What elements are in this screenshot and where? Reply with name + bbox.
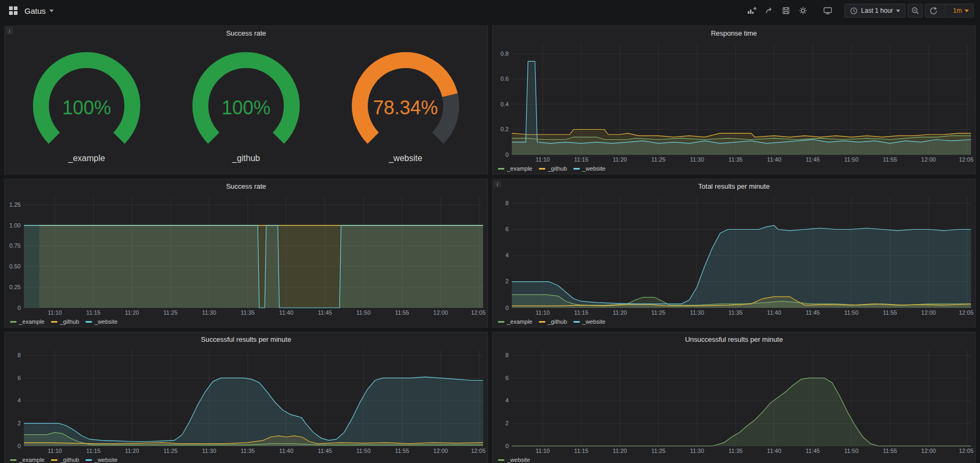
legend-item[interactable]: _github: [539, 318, 567, 325]
zoom-out-button[interactable]: [908, 4, 923, 18]
legend-item[interactable]: _website: [498, 457, 530, 463]
y-axis-tick-label: 4: [505, 252, 509, 258]
x-axis-tick-label: 11:15: [574, 448, 588, 454]
series-area: [24, 377, 483, 446]
legend-item[interactable]: _github: [51, 457, 79, 463]
legend-swatch: [498, 321, 504, 323]
y-axis-tick-label: 0.75: [10, 242, 21, 249]
y-axis-tick-label: 1.00: [10, 222, 21, 229]
gauge-value-text: 78.34%: [373, 97, 438, 119]
x-axis-tick-label: 11:20: [125, 448, 139, 454]
x-axis-tick-label: 11:55: [395, 448, 409, 454]
gauge-track: [438, 95, 451, 138]
time-range-picker[interactable]: Last 1 hour: [844, 4, 906, 18]
panel-title-response-time[interactable]: Response time: [493, 26, 975, 40]
legend-item[interactable]: _website: [573, 318, 605, 325]
response-time-chart[interactable]: 00.20.40.60.811:1011:1511:2011:2511:3011…: [493, 40, 975, 163]
unsuccessful-results-chart[interactable]: 0246811:1011:1511:2011:2511:3011:3511:40…: [493, 346, 975, 454]
x-axis-tick-label: 12:00: [433, 448, 448, 454]
legend-label: _website: [95, 457, 117, 463]
panel-title-success-rate-series[interactable]: Success rate: [5, 179, 487, 193]
x-axis-tick-label: 11:45: [806, 448, 820, 454]
navbar: Gatus: [0, 0, 980, 21]
gauge-_example: 100%_example: [7, 50, 166, 163]
total-results-chart[interactable]: 0246811:1011:1511:2011:2511:3011:3511:40…: [493, 193, 975, 316]
time-range-label: Last 1 hour: [861, 7, 893, 14]
x-axis-tick-label: 12:05: [471, 309, 486, 316]
legend-swatch: [51, 321, 57, 323]
y-axis-tick-label: 0: [505, 443, 509, 449]
refresh-button[interactable]: [925, 4, 942, 17]
refresh-divider: [945, 4, 945, 17]
legend-label: _example: [19, 457, 45, 463]
panel-info-icon[interactable]: i: [494, 180, 501, 188]
legend-item[interactable]: _example: [498, 318, 533, 325]
y-axis-tick-label: 1.25: [10, 201, 21, 208]
title-caret-icon: [49, 10, 54, 12]
x-axis-tick-label: 11:20: [613, 309, 627, 316]
settings-button[interactable]: [796, 4, 810, 18]
successful-results-chart[interactable]: 0246811:1011:1511:2011:2511:3011:3511:40…: [5, 346, 487, 454]
share-button[interactable]: [762, 4, 776, 18]
x-axis-tick-label: 11:20: [613, 156, 627, 163]
x-axis-tick-label: 11:25: [164, 448, 178, 454]
x-axis-tick-label: 11:15: [574, 309, 588, 316]
x-axis-tick-label: 11:55: [395, 309, 409, 316]
gauge-value-text: 100%: [62, 97, 111, 119]
monitor-icon: [823, 6, 832, 15]
x-axis-tick-label: 11:25: [652, 309, 666, 316]
y-axis-tick-label: 0.8: [501, 50, 509, 57]
legend-item[interactable]: _github: [539, 165, 567, 172]
y-axis-tick-label: 6: [505, 226, 509, 232]
x-axis-tick-label: 11:15: [86, 309, 100, 316]
legend-item[interactable]: _github: [51, 318, 79, 325]
legend-label: _example: [507, 318, 533, 325]
add-panel-button[interactable]: [745, 4, 759, 18]
panel-title-unsuccessful-results[interactable]: Unsuccessful results per minute: [493, 332, 975, 346]
legend-item[interactable]: _website: [86, 318, 117, 325]
dashboard-grid-button[interactable]: [6, 4, 20, 18]
panel-successful-results: Successful results per minute 0246811:10…: [4, 332, 488, 463]
legend-swatch: [10, 321, 16, 323]
x-axis-tick-label: 11:35: [729, 309, 743, 316]
legend-item[interactable]: _example: [10, 318, 45, 325]
gauge-label: _example: [68, 154, 105, 163]
x-axis-tick-label: 11:35: [729, 448, 743, 454]
panel-info-icon[interactable]: i: [6, 27, 13, 35]
cycle-view-button[interactable]: [820, 4, 835, 18]
x-axis-tick-label: 11:50: [357, 309, 371, 316]
x-axis-tick-label: 11:10: [48, 448, 62, 454]
legend-item[interactable]: _example: [498, 165, 533, 172]
x-axis-tick-label: 11:30: [690, 309, 704, 316]
panel-title-successful-results[interactable]: Successful results per minute: [5, 332, 487, 346]
legend-item[interactable]: _example: [10, 457, 45, 463]
x-axis-tick-label: 11:10: [536, 156, 550, 163]
dashboard-grid-container: i Success rate 100%_example100%_github78…: [0, 21, 980, 463]
gauge-_website: 78.34%_website: [326, 50, 485, 163]
legend-swatch: [86, 321, 92, 323]
panel-title-gauges[interactable]: Success rate: [5, 26, 487, 40]
legend-swatch: [539, 321, 545, 323]
save-button[interactable]: [779, 4, 793, 18]
zoom-out-icon: [911, 6, 919, 15]
panel-title-total-results[interactable]: Total results per minute: [493, 179, 975, 193]
time-range-caret-icon: [896, 10, 900, 12]
success-rate-chart[interactable]: 00.250.500.751.001.2511:1011:1511:2011:2…: [5, 193, 487, 316]
legend-swatch: [51, 459, 57, 461]
gauge-value-text: 100%: [222, 97, 271, 119]
legend-label: _website: [582, 165, 605, 172]
grid-icon: [9, 6, 18, 15]
x-axis-tick-label: 11:30: [690, 156, 704, 163]
dashboard-title-button[interactable]: Gatus: [24, 6, 54, 15]
y-axis-tick-label: 0: [505, 151, 509, 158]
legend-label: _github: [548, 318, 567, 325]
legend-swatch: [573, 321, 580, 323]
legend-item[interactable]: _website: [573, 165, 605, 172]
x-axis-tick-label: 11:55: [883, 448, 897, 454]
x-axis-tick-label: 12:05: [959, 309, 974, 316]
series-area: [512, 225, 971, 308]
refresh-interval-button[interactable]: 1m: [949, 4, 973, 17]
legend-item[interactable]: _website: [86, 457, 117, 463]
x-axis-tick-label: 11:15: [574, 156, 588, 163]
x-axis-tick-label: 11:10: [536, 448, 550, 454]
